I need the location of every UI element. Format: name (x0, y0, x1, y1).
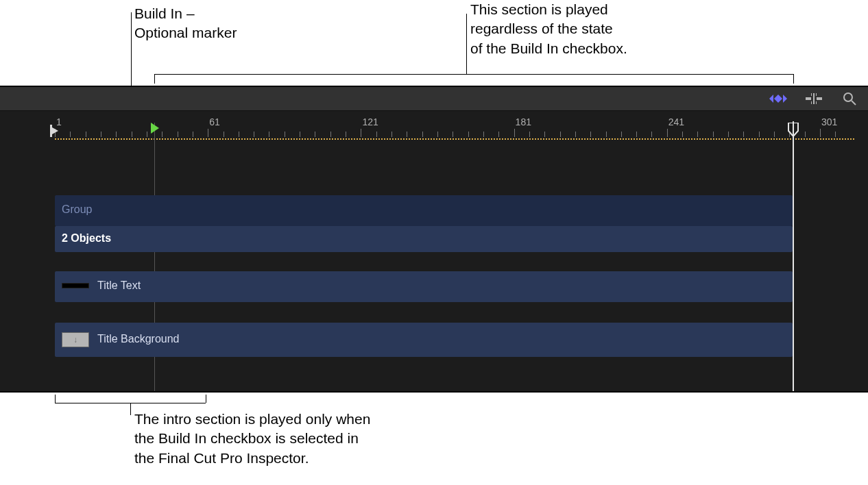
track-title-text-label: Title Text (97, 279, 141, 292)
svg-marker-1 (769, 95, 773, 103)
download-arrow-icon: ↓ (73, 335, 77, 345)
svg-rect-5 (813, 93, 815, 104)
ruler-label: 121 (362, 116, 378, 127)
track-title-text[interactable]: Title Text (55, 271, 793, 302)
svg-marker-0 (774, 95, 782, 103)
track-title-bg-label: Title Background (97, 333, 179, 345)
timeline-ruler[interactable]: 161121181241301 (0, 111, 868, 137)
play-range-indicator (55, 138, 854, 140)
track-title-background[interactable]: ↓ Title Background (55, 323, 793, 357)
bracket-always-played-left (154, 74, 155, 84)
callout-always-played: This section is played regardless of the… (470, 0, 717, 58)
svg-point-10 (844, 93, 852, 101)
ruler-label: 61 (209, 116, 220, 127)
callout-intro-section: The intro section is played only when th… (134, 410, 463, 468)
svg-rect-12 (50, 125, 52, 137)
timeline-panel: 161121181241301 Group 2 Objects Title Te… (0, 86, 868, 393)
out-point-marker[interactable] (787, 123, 799, 139)
title-bg-swatch: ↓ (62, 332, 89, 347)
bracket-always-played-right (793, 74, 794, 84)
svg-rect-8 (811, 101, 812, 104)
svg-rect-6 (811, 93, 812, 96)
svg-marker-13 (52, 127, 58, 134)
in-point-marker[interactable] (50, 125, 60, 140)
track-objects-label: 2 Objects (62, 232, 111, 245)
track-group-label: Group (62, 203, 92, 216)
svg-rect-14 (793, 123, 794, 136)
svg-rect-9 (816, 101, 817, 104)
playhead-line[interactable] (793, 121, 794, 391)
timeline-toolbar (0, 87, 868, 111)
track-group-header[interactable]: Group (55, 195, 793, 226)
svg-rect-3 (806, 97, 811, 100)
svg-rect-7 (816, 93, 817, 96)
build-in-optional-marker[interactable] (151, 123, 159, 134)
keyframe-icon[interactable] (769, 91, 787, 106)
leader-always-played-down (466, 14, 467, 74)
zoom-icon[interactable] (841, 91, 858, 106)
bracket-always-played-top (154, 74, 793, 75)
ruler-label: 241 (668, 116, 684, 127)
ruler-label: 181 (516, 116, 531, 127)
bracket-intro-right (206, 395, 206, 403)
svg-line-11 (852, 101, 856, 105)
bracket-intro-left (55, 395, 56, 403)
svg-marker-2 (783, 95, 787, 103)
callout-build-in-marker: Build In – Optional marker (134, 4, 299, 43)
track-group-objects[interactable]: 2 Objects (55, 226, 793, 252)
title-text-swatch (62, 283, 89, 288)
svg-rect-4 (817, 97, 822, 100)
snap-icon[interactable] (805, 91, 823, 106)
leader-intro-down (130, 403, 131, 415)
ruler-label: 301 (821, 116, 837, 127)
